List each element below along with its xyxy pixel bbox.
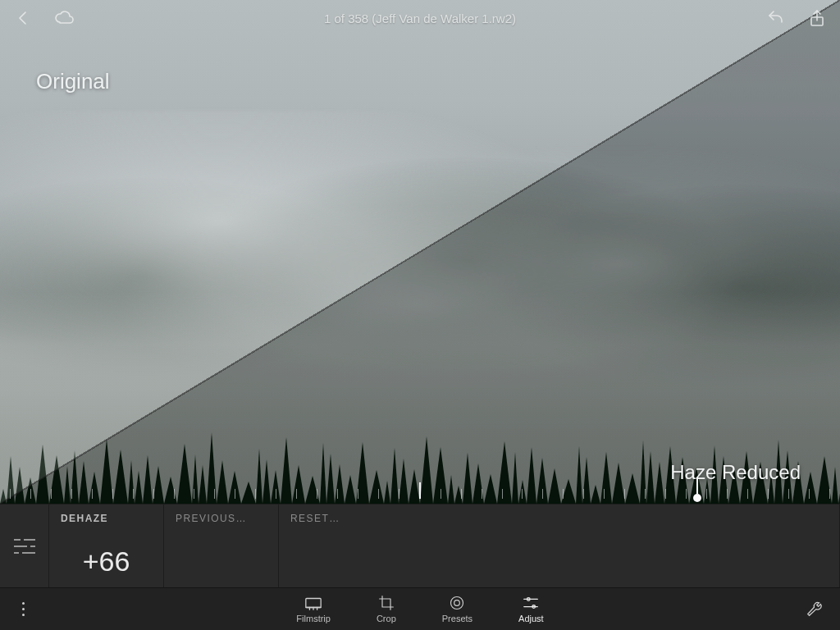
- tool-presets[interactable]: Presets: [442, 595, 472, 623]
- adjust-icon: [522, 595, 540, 611]
- ruler-tick: [768, 489, 769, 499]
- toolbar-tools: Filmstrip Crop Presets Adjust: [296, 595, 543, 623]
- ruler-tick: [71, 489, 72, 499]
- ruler-tick: [563, 489, 564, 499]
- ruler-tick: [788, 489, 789, 499]
- ruler-tick: [30, 489, 31, 499]
- app-root: { "header": { "title": "1 of 358 (Jeff V…: [0, 0, 840, 630]
- wrench-icon: [806, 600, 824, 619]
- ruler-tick: [665, 489, 666, 499]
- ruler-tick: [92, 489, 93, 499]
- back-button[interactable]: [11, 7, 34, 30]
- dehaze-cell[interactable]: DEHAZE +66: [49, 504, 164, 587]
- filmstrip-icon: [304, 595, 322, 611]
- ruler-tick: [522, 489, 523, 499]
- tool-crop[interactable]: Crop: [377, 595, 396, 623]
- ruler-knob[interactable]: [693, 494, 701, 502]
- tool-filmstrip-label: Filmstrip: [296, 614, 331, 623]
- ruler-tick: [727, 489, 728, 499]
- ruler-tick: [255, 489, 256, 499]
- svg-rect-7: [306, 599, 321, 608]
- ruler-tick: [358, 489, 358, 499]
- reset-caption: RESET…: [290, 513, 828, 524]
- ruler-tick: [482, 489, 482, 499]
- original-label: Original: [36, 69, 110, 94]
- ruler-tick: [419, 482, 421, 499]
- ruler-tick: [296, 489, 297, 499]
- previous-cell[interactable]: PREVIOUS…: [164, 504, 279, 587]
- previous-caption: PREVIOUS…: [176, 513, 267, 524]
- ruler-tick: [583, 489, 584, 499]
- crop-icon: [377, 595, 395, 611]
- ruler-tick: [809, 489, 810, 499]
- ruler-tick: [604, 489, 605, 499]
- cloud-sync-icon[interactable]: [52, 7, 75, 30]
- ruler-tick: [51, 489, 52, 499]
- tool-presets-label: Presets: [442, 614, 472, 623]
- top-right-controls: [765, 0, 829, 36]
- tool-filmstrip[interactable]: Filmstrip: [296, 595, 331, 623]
- ruler-tick: [399, 489, 399, 499]
- panel-list-toggle[interactable]: [0, 504, 49, 587]
- ruler-tick: [337, 489, 338, 499]
- reset-cell[interactable]: RESET…: [279, 504, 840, 587]
- ruler-tick: [194, 489, 194, 499]
- top-left-controls: [11, 0, 75, 36]
- adjust-panel: DEHAZE +66 PREVIOUS… RESET…: [0, 504, 840, 587]
- ruler-ticks: [0, 479, 840, 499]
- bottom-toolbar: Filmstrip Crop Presets Adjust: [0, 587, 840, 630]
- svg-point-13: [454, 600, 460, 606]
- photo-canvas[interactable]: [0, 0, 840, 504]
- undo-button[interactable]: [765, 7, 788, 30]
- tool-adjust[interactable]: Adjust: [518, 595, 544, 623]
- ruler-tick: [378, 489, 379, 499]
- ruler-tick: [624, 489, 625, 499]
- ruler-tick: [276, 489, 276, 499]
- ruler-tick: [153, 489, 154, 499]
- ruler-tick: [461, 489, 462, 499]
- tool-crop-label: Crop: [377, 614, 396, 623]
- ruler-tick: [235, 489, 235, 499]
- share-button[interactable]: [806, 7, 829, 30]
- ruler-tick: [706, 489, 707, 499]
- ruler-tick: [174, 489, 175, 499]
- ruler-tick: [10, 489, 11, 499]
- ruler-tick: [747, 489, 748, 499]
- svg-point-12: [451, 597, 463, 609]
- presets-icon: [448, 595, 466, 611]
- ruler-tick: [112, 489, 113, 499]
- value-ruler[interactable]: [0, 468, 840, 504]
- tool-adjust-label: Adjust: [518, 614, 544, 623]
- ruler-tick: [441, 489, 441, 499]
- dehaze-caption: DEHAZE: [61, 513, 152, 524]
- ruler-tick: [214, 489, 215, 499]
- ruler-tick: [133, 489, 134, 499]
- ruler-tick: [542, 489, 543, 499]
- more-button[interactable]: [13, 588, 33, 630]
- ruler-tick: [686, 489, 687, 499]
- settings-button[interactable]: [802, 588, 827, 630]
- ruler-tick: [502, 489, 503, 499]
- ruler-tick: [645, 489, 646, 499]
- ruler-tick: [829, 489, 830, 499]
- dehaze-value: +66: [83, 546, 130, 578]
- ruler-tick: [317, 489, 317, 499]
